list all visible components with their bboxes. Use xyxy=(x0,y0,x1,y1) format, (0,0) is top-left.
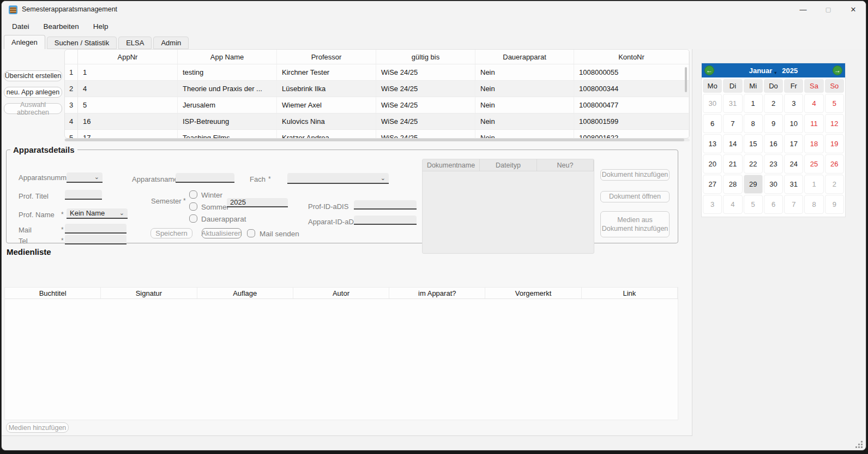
calendar-day[interactable]: 15 xyxy=(744,134,763,153)
column-header[interactable]: Professor xyxy=(277,50,376,64)
mail-senden-checkbox[interactable] xyxy=(247,229,255,237)
prof-titel-field[interactable] xyxy=(65,190,102,200)
calendar-day[interactable]: 21 xyxy=(723,154,742,174)
calendar-day[interactable]: 2 xyxy=(825,175,844,194)
calendar-day[interactable]: 7 xyxy=(784,195,803,214)
column-header[interactable]: Neu? xyxy=(537,159,594,171)
calendar-day[interactable]: 9 xyxy=(825,195,844,214)
calendar-day[interactable]: 1 xyxy=(744,94,763,113)
calendar-day[interactable]: 11 xyxy=(804,114,823,133)
table-row[interactable]: 517Teaching FilmsKratzer AndreaWiSe 24/2… xyxy=(65,129,689,139)
column-header[interactable]: AppNr xyxy=(78,50,178,64)
calendar-day[interactable]: 2 xyxy=(764,94,783,113)
speichern-button[interactable]: Speichern xyxy=(150,228,192,238)
column-header[interactable]: App Name xyxy=(178,50,277,64)
calendar-day[interactable]: 26 xyxy=(825,154,844,174)
menu-bearbeiten[interactable]: Bearbeiten xyxy=(38,20,85,33)
calendar-day[interactable]: 31 xyxy=(784,175,803,194)
sommer-radio[interactable] xyxy=(189,202,197,211)
calendar-day[interactable]: 13 xyxy=(703,134,722,153)
table-row[interactable]: 24Theorie und Praxis der ...Lüsebrink Il… xyxy=(65,80,689,97)
column-header[interactable]: Dokumentname xyxy=(423,159,480,171)
auswahl-abbrechen-button[interactable]: Auswahl abbrechen xyxy=(4,103,62,114)
horizontal-scrollbar-thumb[interactable] xyxy=(65,139,684,141)
calendar-day[interactable]: 25 xyxy=(804,154,823,174)
tab-elsa[interactable]: ELSA xyxy=(118,37,152,49)
calendar-year[interactable]: 2025 xyxy=(782,67,798,75)
calendar-day[interactable]: 3 xyxy=(784,94,803,113)
calendar-day[interactable]: 9 xyxy=(764,114,783,133)
dokument-oeffnen-button[interactable]: Dokument öffnen xyxy=(600,191,670,202)
calendar-day[interactable]: 4 xyxy=(723,195,742,214)
column-header[interactable]: Dauerapparat xyxy=(475,50,574,64)
column-header[interactable]: Signatur xyxy=(101,288,197,298)
close-icon[interactable]: ✕ xyxy=(841,1,866,18)
next-month-icon[interactable]: → xyxy=(833,65,842,75)
menu-help[interactable]: Help xyxy=(88,20,114,33)
column-header[interactable]: Buchtitel xyxy=(5,288,101,298)
calendar-title[interactable]: Januar ▾ 2025 xyxy=(749,67,798,75)
calendar-day[interactable]: 12 xyxy=(825,114,844,133)
calendar-day[interactable]: 5 xyxy=(744,195,763,214)
calendar-day[interactable]: 1 xyxy=(804,175,823,194)
column-header[interactable]: Auflage xyxy=(197,288,293,298)
prof-id-adis-field[interactable] xyxy=(354,200,417,210)
calendar-day[interactable]: 29 xyxy=(744,175,763,194)
aktualisieren-button[interactable]: Aktualisieren xyxy=(202,228,242,238)
calendar-day[interactable]: 17 xyxy=(784,134,803,153)
tab-anlegen[interactable]: Anlegen xyxy=(4,35,45,49)
mail-field[interactable] xyxy=(65,224,126,234)
column-header[interactable]: im Apparat? xyxy=(389,288,485,298)
calendar-day[interactable]: 10 xyxy=(784,114,803,133)
table-row[interactable]: 416ISP-BetreuungKulovics NinaWiSe 24/25N… xyxy=(65,113,689,129)
calendar-day[interactable]: 31 xyxy=(723,94,742,113)
prof-name-select[interactable]: Kein Name⌄ xyxy=(67,208,128,219)
tel-field[interactable] xyxy=(65,235,126,244)
calendar-day[interactable]: 30 xyxy=(703,94,722,113)
vertical-scrollbar[interactable] xyxy=(685,67,687,92)
dauerapparat-radio[interactable] xyxy=(189,214,197,223)
calendar-day[interactable]: 19 xyxy=(825,134,844,153)
apparatsnummer-select[interactable]: ⌄ xyxy=(67,172,103,183)
column-header[interactable]: Autor xyxy=(293,288,389,298)
apparatsname-field[interactable] xyxy=(176,173,234,183)
calendar-day[interactable]: 24 xyxy=(784,154,803,174)
calendar-day[interactable]: 3 xyxy=(703,195,722,214)
tab-suchen-statistik[interactable]: Suchen / Statistik xyxy=(47,37,117,49)
horizontal-scrollbar[interactable] xyxy=(64,139,690,141)
column-header[interactable]: Dateityp xyxy=(480,159,537,171)
table-row[interactable]: 11testingKirchner TesterWiSe 24/25Nein10… xyxy=(65,64,689,80)
calendar-day[interactable]: 27 xyxy=(703,175,722,194)
calendar-day[interactable]: 30 xyxy=(764,175,783,194)
resize-grip[interactable] xyxy=(856,441,863,447)
calendar-day[interactable]: 20 xyxy=(703,154,722,174)
calendar-day[interactable]: 8 xyxy=(804,195,823,214)
semester-year-field[interactable]: 2025 xyxy=(227,198,288,207)
tab-admin[interactable]: Admin xyxy=(153,37,189,49)
menu-datei[interactable]: Datei xyxy=(7,20,35,33)
neue-app-anlegen-button[interactable]: neu. App anlegen xyxy=(4,87,62,98)
medien-aus-dokument-button[interactable]: Medien aus Dokument hinzufügen xyxy=(600,211,670,237)
calendar-day[interactable]: 28 xyxy=(723,175,742,194)
calendar-day[interactable]: 14 xyxy=(723,134,742,153)
prev-month-icon[interactable]: ← xyxy=(704,65,714,75)
calendar-day[interactable]: 5 xyxy=(825,94,844,113)
column-header[interactable]: Link xyxy=(582,288,678,298)
calendar-day[interactable]: 7 xyxy=(723,114,742,133)
table-row[interactable]: 35JerusalemWiemer AxelWiSe 24/25Nein1008… xyxy=(65,97,689,113)
calendar-day[interactable]: 16 xyxy=(764,134,783,153)
calendar-day[interactable]: 4 xyxy=(804,94,823,113)
column-header[interactable]: gültig bis xyxy=(376,50,475,64)
dokument-hinzufuegen-button[interactable]: Dokument hinzufügen xyxy=(600,169,670,181)
uebersicht-erstellen-button[interactable]: Übersicht erstellen xyxy=(4,70,62,81)
maximize-icon[interactable]: ▢ xyxy=(816,1,841,18)
column-header[interactable]: KontoNr xyxy=(574,50,689,64)
calendar-day[interactable]: 22 xyxy=(744,154,763,174)
calendar-day[interactable]: 18 xyxy=(804,134,823,153)
medien-hinzufuegen-button[interactable]: Medien hinzufügen xyxy=(6,422,69,433)
calendar-day[interactable]: 8 xyxy=(744,114,763,133)
calendar-day[interactable]: 6 xyxy=(703,114,722,133)
calendar-day[interactable]: 6 xyxy=(764,195,783,214)
column-header[interactable]: Vorgemerkt xyxy=(485,288,581,298)
apparat-id-adis-field[interactable] xyxy=(354,216,417,225)
